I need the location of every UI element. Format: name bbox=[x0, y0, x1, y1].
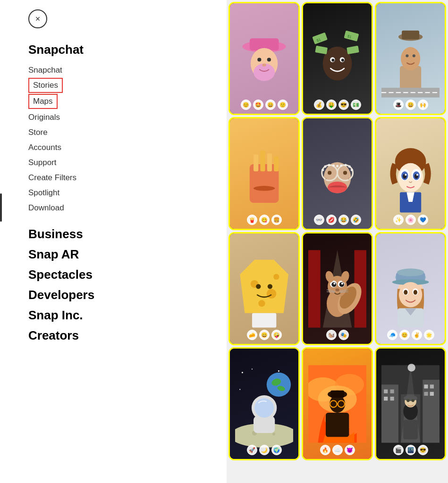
svg-point-42 bbox=[348, 165, 351, 167]
svg-rect-13 bbox=[347, 45, 359, 54]
spectacles-section: Spectacles bbox=[28, 267, 227, 282]
avatar-2: 🤩 bbox=[253, 100, 263, 110]
nav-item-create-filters[interactable]: Create Filters bbox=[28, 170, 227, 185]
nav-item-download[interactable]: Download bbox=[28, 200, 227, 216]
svg-point-99 bbox=[242, 372, 243, 373]
svg-rect-134 bbox=[423, 380, 440, 443]
svg-rect-141 bbox=[424, 391, 428, 395]
snapchat-section: Snapchat Snapchat Stories Maps Originals… bbox=[28, 42, 227, 216]
avatar-32: 🌙 bbox=[259, 445, 270, 455]
content-area: 😊 🤩 😄 🙂 $1 $1 bbox=[227, 0, 448, 483]
nav-item-maps[interactable]: Maps bbox=[28, 94, 58, 109]
svg-point-61 bbox=[267, 289, 277, 299]
nav-item-stories[interactable]: Stories bbox=[28, 78, 63, 93]
svg-point-22 bbox=[406, 54, 408, 57]
developers-section-header[interactable]: Developers bbox=[28, 288, 227, 302]
nav-item-originals[interactable]: Originals bbox=[28, 110, 227, 125]
svg-rect-67 bbox=[308, 250, 321, 327]
story-card-9[interactable]: 🧢 😊 ✌️ 🌟 bbox=[375, 232, 446, 345]
avatar-36: 😈 bbox=[345, 445, 355, 455]
nav-item-accounts[interactable]: Accounts bbox=[28, 140, 227, 155]
story-card-4[interactable]: 🍟 😋 🍔 bbox=[228, 117, 300, 230]
svg-rect-132 bbox=[381, 384, 398, 442]
svg-point-56 bbox=[416, 174, 418, 175]
svg-rect-30 bbox=[274, 156, 279, 171]
avatar-row-9: 🧢 😊 ✌️ 🌟 bbox=[376, 330, 445, 340]
svg-point-90 bbox=[397, 268, 424, 276]
svg-point-64 bbox=[256, 284, 261, 289]
business-section-header[interactable]: Business bbox=[28, 227, 227, 242]
story-card-1[interactable]: 😊 🤩 😄 🙂 bbox=[228, 2, 300, 115]
avatar-row-6: ✨ 🌸 💙 bbox=[376, 215, 445, 225]
svg-rect-66 bbox=[252, 313, 276, 327]
story-card-6[interactable]: ✨ 🌸 💙 bbox=[375, 117, 446, 230]
snap-inc-section-header[interactable]: Snap Inc. bbox=[28, 308, 227, 323]
avatar-row-2: 💰 🤑 😎 💵 bbox=[303, 100, 372, 110]
face-illustration-4 bbox=[235, 127, 293, 221]
avatar-30: 🌟 bbox=[424, 330, 434, 340]
svg-rect-12 bbox=[315, 45, 328, 54]
svg-point-96 bbox=[414, 290, 417, 294]
svg-rect-19 bbox=[402, 30, 419, 39]
creators-section: Creators bbox=[28, 328, 227, 343]
avatar-12: 🍟 bbox=[247, 215, 257, 225]
avatar-17: 😂 bbox=[338, 215, 349, 225]
avatar-18: 🤣 bbox=[351, 215, 361, 225]
spectacles-section-header[interactable]: Spectacles bbox=[28, 267, 227, 282]
avatar-row-1: 😊 🤩 😄 🙂 bbox=[230, 100, 298, 110]
snapchat-section-header: Snapchat bbox=[28, 42, 227, 57]
svg-point-16 bbox=[331, 58, 334, 61]
nav-item-store[interactable]: Store bbox=[28, 125, 227, 140]
avatar-31: 🚀 bbox=[247, 445, 257, 455]
story-card-12[interactable]: 🎬 🌃 😎 bbox=[375, 347, 446, 460]
story-card-11[interactable]: 🔥 ☁️ 😈 bbox=[302, 347, 373, 460]
avatar-row-11: 🔥 ☁️ 😈 bbox=[303, 445, 372, 455]
svg-point-144 bbox=[407, 364, 415, 371]
nav-item-snapchat[interactable]: Snapchat bbox=[28, 63, 227, 78]
avatar-16: 💋 bbox=[326, 215, 337, 225]
snap-inc-section: Snap Inc. bbox=[28, 308, 227, 323]
svg-rect-27 bbox=[254, 154, 258, 171]
story-card-3[interactable]: 🎩 😀 🙌 bbox=[375, 2, 446, 115]
svg-point-36 bbox=[324, 165, 326, 167]
svg-rect-150 bbox=[403, 420, 418, 439]
avatar-10: 😀 bbox=[406, 100, 416, 110]
scroll-indicator bbox=[0, 193, 2, 222]
svg-point-35 bbox=[321, 168, 324, 171]
story-card-10[interactable]: 🚀 🌙 🌍 bbox=[228, 347, 300, 460]
svg-rect-142 bbox=[430, 391, 434, 395]
avatar-23: 😄 bbox=[259, 330, 270, 340]
avatar-9: 🎩 bbox=[393, 100, 404, 110]
svg-rect-137 bbox=[384, 397, 388, 400]
creators-section-header[interactable]: Creators bbox=[28, 328, 227, 343]
avatar-1: 😊 bbox=[241, 100, 251, 110]
avatar-33: 🌍 bbox=[271, 445, 282, 455]
avatar-row-7: 🧀 😄 🤪 bbox=[230, 330, 298, 340]
story-card-7[interactable]: 🧀 😄 🤪 bbox=[228, 232, 300, 345]
sidebar: × Snapchat Snapchat Stories Maps Origina… bbox=[0, 0, 227, 483]
close-button[interactable]: × bbox=[28, 9, 47, 28]
svg-point-78 bbox=[333, 283, 335, 284]
story-card-5[interactable]: 👓 💋 😂 🤣 bbox=[302, 117, 373, 230]
avatar-6: 🤑 bbox=[326, 100, 337, 110]
avatar-29: ✌️ bbox=[412, 330, 422, 340]
story-card-2[interactable]: $1 $1 💰 🤑 😎 💵 bbox=[302, 2, 373, 115]
story-card-8[interactable]: 🐿️ 🎭 bbox=[302, 232, 373, 345]
snap-ar-section-header[interactable]: Snap AR bbox=[28, 247, 227, 262]
avatar-7: 😎 bbox=[338, 100, 349, 110]
stories-grid: 😊 🤩 😄 🙂 $1 $1 bbox=[227, 0, 448, 483]
avatar-27: 🧢 bbox=[387, 330, 397, 340]
avatar-34: 🔥 bbox=[320, 445, 330, 455]
avatar-13: 😋 bbox=[259, 215, 270, 225]
svg-point-147 bbox=[404, 395, 417, 401]
avatar-row-10: 🚀 🌙 🌍 bbox=[230, 445, 298, 455]
svg-point-38 bbox=[332, 164, 335, 167]
avatar-5: 💰 bbox=[314, 100, 324, 110]
svg-point-4 bbox=[257, 58, 261, 61]
avatar-row-4: 🍟 😋 🍔 bbox=[230, 215, 298, 225]
nav-item-spotlight[interactable]: Spotlight bbox=[28, 185, 227, 200]
nav-item-support[interactable]: Support bbox=[28, 155, 227, 170]
face-illustration-2: $1 $1 bbox=[308, 12, 366, 106]
svg-point-63 bbox=[273, 274, 279, 279]
avatar-row-8: 🐿️ 🎭 bbox=[303, 330, 372, 340]
